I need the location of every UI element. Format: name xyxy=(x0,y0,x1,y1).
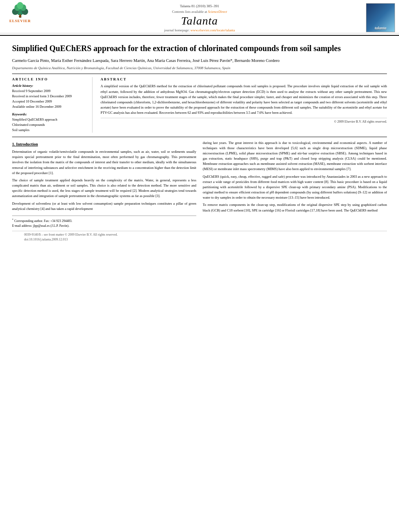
elsevier-logo: ELSEVIER xyxy=(4,2,36,26)
left-para-3: Development of solventless (or at least … xyxy=(12,201,196,212)
elsevier-brand-text: ELSEVIER xyxy=(9,19,31,23)
keywords-section: Keywords: Simplified QuEChERS approach C… xyxy=(12,112,87,132)
info-abstract-row: ARTICLE INFO Article history: Received 9… xyxy=(12,74,387,132)
journal-header: Talanta 81 (2010) 385–391 ELSEVIER xyxy=(0,0,399,36)
article-info-title: ARTICLE INFO xyxy=(12,77,87,81)
article-info-column: ARTICLE INFO Article history: Received 9… xyxy=(12,77,93,132)
body-col-right: during last years. The great interest in… xyxy=(203,140,387,228)
body-columns: 1. Introduction Determination of organic… xyxy=(12,137,387,228)
right-para-3: To remove matrix components in the clean… xyxy=(203,202,387,213)
talanta-logo-text: talanta xyxy=(375,26,387,30)
abstract-text: A simplified version of the QuEChERS met… xyxy=(101,84,387,115)
footnote-email-label: E-mail address: xyxy=(12,224,32,228)
footnote-star: * xyxy=(12,218,14,221)
received-date: Received 9 September 2009 xyxy=(12,88,87,94)
footnote-email[interactable]: jlpp@usal.es xyxy=(33,224,49,228)
authors-line: Carmelo García Pinto, María Esther Ferná… xyxy=(12,58,387,64)
article-title: Simplified QuEChERS approach for the ext… xyxy=(12,43,387,53)
elsevier-tree-icon xyxy=(9,2,31,18)
content-area: Simplified QuEChERS approach for the ext… xyxy=(0,36,399,246)
journal-name-block: Contents lists available at ScienceDirec… xyxy=(4,10,395,32)
received-revised-date: Received in revised form 3 December 2009 xyxy=(12,94,87,99)
keywords-label: Keywords: xyxy=(12,112,87,116)
journal-citation: Talanta 81 (2010) 385–391 xyxy=(0,2,399,9)
section1-heading-text: 1. Introduction xyxy=(12,142,38,146)
sciencedirect-label: Contents lists available at xyxy=(172,10,207,14)
footer-doi: doi:10.1016/j.talanta.2009.12.013 xyxy=(24,237,375,242)
available-date: Available online 16 December 2009 xyxy=(12,104,87,109)
page: Talanta 81 (2010) 385–391 ELSEVIER xyxy=(0,0,399,532)
article-history-label: Article history: xyxy=(12,84,87,88)
footnote-corresponding: * Corresponding author. Fax: +34 923 294… xyxy=(12,218,196,224)
keyword-1: Simplified QuEChERS approach xyxy=(12,117,87,122)
sciencedirect-line: Contents lists available at ScienceDirec… xyxy=(4,10,395,14)
left-para-1: Determination of organic volatile/semivo… xyxy=(12,149,196,176)
journal-homepage: journal homepage: www.elsevier.com/locat… xyxy=(4,28,395,32)
keyword-2: Chlorinated compounds xyxy=(12,122,87,127)
talanta-logo-image: talanta xyxy=(366,3,395,32)
sciencedirect-link[interactable]: ScienceDirect xyxy=(208,10,227,14)
left-para-2: The choice of sample treatment applied d… xyxy=(12,178,196,199)
abstract-section: ABSTRACT A simplified version of the QuE… xyxy=(101,77,387,132)
authors-text: Carmelo García Pinto, María Esther Ferná… xyxy=(12,58,280,63)
svg-point-6 xyxy=(17,2,23,9)
affiliation-text: Departamento de Química Analítica, Nutri… xyxy=(12,66,387,71)
keyword-3: Soil samples xyxy=(12,127,87,133)
journal-title: Talanta xyxy=(4,14,395,27)
right-para-2: QuEChERS (quick, easy, cheap, effective,… xyxy=(203,174,387,201)
homepage-link[interactable]: www.elsevier.com/locate/talanta xyxy=(191,28,235,32)
page-footer: 0039-9140/$ – see front matter © 2009 El… xyxy=(12,231,387,242)
footnote-corresponding-text: Corresponding author. Fax: +34 923 29448… xyxy=(14,219,72,223)
header-inner: ELSEVIER Contents lists available at Sci… xyxy=(0,9,399,33)
footnote-author-name: (J.L.P. Pavón). xyxy=(50,224,69,228)
homepage-label: journal homepage: xyxy=(164,28,190,32)
footnote-area: * Corresponding author. Fax: +34 923 294… xyxy=(12,216,196,228)
right-para-1: during last years. The great interest in… xyxy=(203,140,387,172)
svg-point-7 xyxy=(19,14,21,16)
accepted-date: Accepted 10 December 2009 xyxy=(12,99,87,104)
svg-rect-8 xyxy=(19,16,21,17)
footer-issn: 0039-9140/$ – see front matter © 2009 El… xyxy=(24,232,375,237)
footnote-email-line: E-mail address: jlpp@usal.es (J.L.P. Pav… xyxy=(12,224,196,228)
abstract-title: ABSTRACT xyxy=(101,77,387,81)
copyright-line: © 2009 Elsevier B.V. All rights reserved… xyxy=(101,118,387,123)
section1-heading: 1. Introduction xyxy=(12,141,196,148)
body-col-left: 1. Introduction Determination of organic… xyxy=(12,140,196,228)
